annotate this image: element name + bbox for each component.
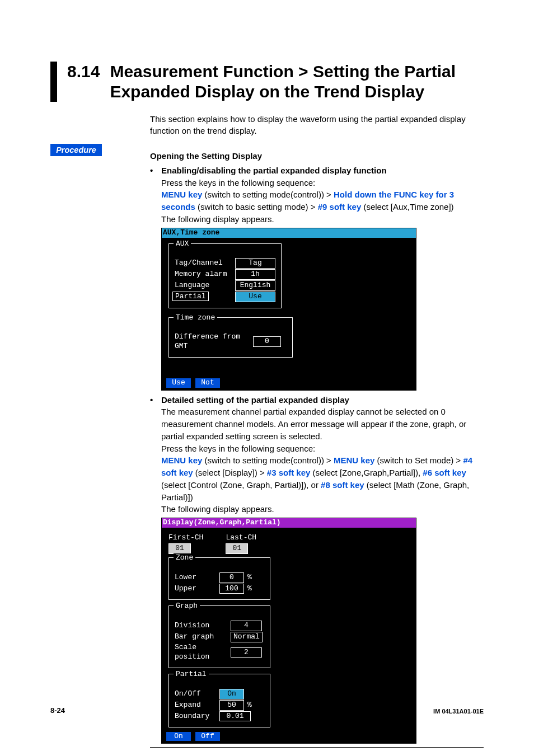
- division-value[interactable]: 4: [231, 621, 262, 631]
- zone-lower-value[interactable]: 0: [219, 572, 244, 583]
- softkey-6: #6 soft key: [423, 468, 466, 477]
- aux-timezone-screenshot: AUX,Time zone AUX Tag/Channel Tag Memory…: [161, 228, 416, 391]
- ss1-titlebar: AUX,Time zone: [162, 228, 416, 238]
- bullet2-title: Detailed setting of the partial expanded…: [161, 394, 349, 406]
- memory-alarm-label: Memory alarm: [175, 270, 235, 279]
- percent-unit: %: [247, 701, 252, 710]
- aux-fieldset: AUX Tag/Channel Tag Memory alarm 1h Lang…: [168, 243, 282, 308]
- zone-upper-label: Upper: [175, 584, 219, 594]
- ss2-titlebar: Display(Zone,Graph,Partial): [162, 518, 416, 528]
- gmt-diff-value[interactable]: 0: [253, 336, 281, 347]
- zone-upper-value[interactable]: 100: [219, 584, 244, 594]
- graph-fieldset: Graph Division 4 Bar graph Normal Scale …: [168, 605, 270, 668]
- language-label: Language: [175, 281, 235, 290]
- menu-key-2b: MENU key: [334, 456, 374, 465]
- display-zgp-screenshot: Display(Zone,Graph,Partial) First-CH 01 …: [161, 518, 416, 744]
- bargraph-value[interactable]: Normal: [231, 632, 263, 642]
- timezone-fieldset: Time zone Difference from GMT 0: [168, 317, 293, 358]
- expand-value[interactable]: 50: [219, 700, 244, 711]
- onoff-value[interactable]: On: [219, 689, 244, 699]
- timezone-legend: Time zone: [174, 313, 217, 323]
- boundary-value[interactable]: 0.01: [219, 711, 251, 722]
- title-accent-bar: [50, 62, 57, 102]
- menu-key-1: MENU key: [161, 190, 202, 199]
- expand-label: Expand: [175, 701, 219, 710]
- gmt-diff-label: Difference from GMT: [175, 332, 253, 351]
- softkey-use[interactable]: Use: [166, 378, 191, 388]
- menu-key-2a: MENU key: [161, 456, 202, 465]
- bullet1-sequence: MENU key (switch to setting mode(control…: [161, 189, 484, 213]
- bullet1-press: Press the keys in the following sequence…: [161, 177, 484, 189]
- tag-channel-value[interactable]: Tag: [235, 258, 275, 269]
- zone-lower-label: Lower: [175, 573, 219, 583]
- intro-paragraph: This section explains how to display the…: [150, 113, 484, 137]
- first-ch-value[interactable]: 01: [168, 543, 191, 554]
- page-number: 8-24: [50, 706, 65, 715]
- section-title-line1: Measurement Function > Setting the Parti…: [110, 62, 456, 82]
- aux-legend: AUX: [174, 240, 191, 249]
- section-number: 8.14: [67, 62, 100, 82]
- softkey-3: #3 soft key: [267, 468, 311, 477]
- partial-fieldset: Partial On/Off On Expand 50 % Boundary: [168, 674, 270, 728]
- tag-channel-label: Tag/Channel: [175, 259, 235, 268]
- memory-alarm-value[interactable]: 1h: [235, 269, 275, 280]
- onoff-label: On/Off: [175, 689, 219, 699]
- partial-label: Partial: [175, 292, 235, 302]
- softkey-not[interactable]: Not: [195, 378, 220, 388]
- last-ch-label: Last-CH: [226, 533, 256, 543]
- zone-legend: Zone: [174, 553, 195, 563]
- bullet-icon: •: [150, 394, 161, 406]
- softkey-9: #9 soft key: [318, 202, 362, 212]
- softkey-off[interactable]: Off: [195, 732, 220, 741]
- opening-subhead: Opening the Setting Display: [150, 150, 484, 162]
- bullet1-title: Enabling/disabling the partial expanded …: [161, 165, 387, 177]
- partial-legend: Partial: [174, 670, 209, 679]
- division-label: Division: [175, 621, 231, 631]
- bullet2-sequence: MENU key (switch to setting mode(control…: [161, 454, 484, 503]
- last-ch-value[interactable]: 01: [226, 543, 248, 554]
- footer-rule: [150, 747, 484, 748]
- scalepos-value[interactable]: 2: [231, 647, 262, 658]
- document-id: IM 04L31A01-01E: [433, 708, 484, 715]
- softkey-on[interactable]: On: [166, 732, 191, 741]
- boundary-label: Boundary: [175, 712, 219, 721]
- zone-fieldset: Zone Lower 0 % Upper 100 %: [168, 557, 270, 600]
- softkey-8: #8 soft key: [321, 480, 364, 490]
- percent-unit: %: [247, 584, 252, 594]
- bullet2-para1: The measurement channel partial expanded…: [161, 406, 484, 442]
- scalepos-label: Scale position: [175, 643, 231, 662]
- bullet1-following: The following display appears.: [161, 213, 484, 226]
- procedure-label: Procedure: [50, 144, 102, 156]
- first-ch-label: First-CH: [168, 533, 203, 543]
- bullet-icon: •: [150, 165, 161, 177]
- graph-legend: Graph: [174, 602, 200, 611]
- partial-value[interactable]: Use: [235, 292, 275, 302]
- percent-unit: %: [247, 573, 252, 583]
- section-header: 8.14 Measurement Function > Setting the …: [50, 62, 484, 102]
- bargraph-label: Bar graph: [175, 632, 231, 642]
- bullet2-following: The following display appears.: [161, 503, 484, 515]
- bullet2-press: Press the keys in the following sequence…: [161, 443, 484, 455]
- language-value[interactable]: English: [235, 280, 275, 291]
- section-title-line2: Expanded Display on the Trend Display: [110, 82, 456, 102]
